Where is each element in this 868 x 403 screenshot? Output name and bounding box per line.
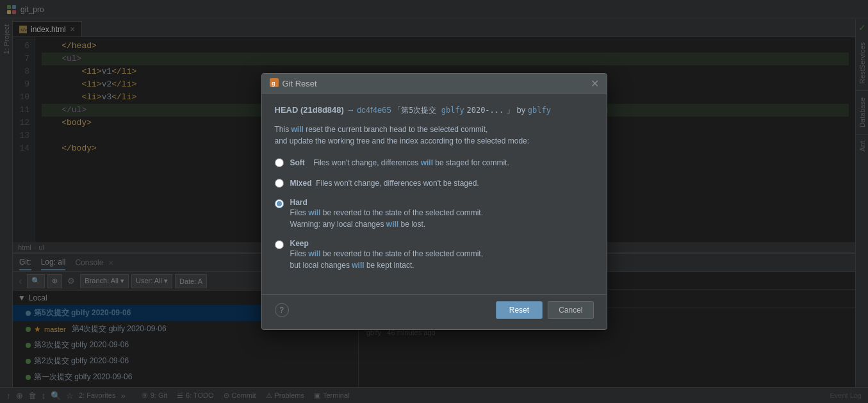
modal-title-bar: g Git Reset ✕ <box>262 74 607 94</box>
hard-label-name: Hard <box>290 198 312 207</box>
keep-label-desc-2: but local changes will be kept intact. <box>290 259 483 271</box>
option-soft: Soft Files won't change, differences wil… <box>275 157 594 169</box>
soft-label-wrap: Soft Files won't change, differences wil… <box>290 157 509 169</box>
cancel-button[interactable]: Cancel <box>548 301 593 319</box>
svg-text:g: g <box>272 80 275 86</box>
date-text: 2020-... <box>466 106 504 115</box>
keep-label-name: Keep <box>290 239 313 248</box>
modal-title-text: Git Reset <box>283 79 317 88</box>
commit-msg: 「第5次提交 <box>393 106 441 115</box>
git-reset-dialog: g Git Reset ✕ HEAD (21d8d848) → dc4f4e65… <box>261 73 607 330</box>
hard-label-wrap: Hard Files will be reverted to the state… <box>290 198 483 230</box>
modal-title: g Git Reset <box>270 78 317 89</box>
hard-radio[interactable] <box>275 199 284 208</box>
by-text: 」 by <box>506 105 528 115</box>
modal-icon: g <box>270 78 279 89</box>
keep-label-wrap: Keep Files will be reverted to the state… <box>290 239 483 271</box>
mixed-label-desc: Files won't change, differences won't be… <box>316 179 479 188</box>
desc-this: This <box>275 125 291 134</box>
keep-label-desc-1: Files will be reverted to the state of t… <box>290 248 483 259</box>
desc-and: and update the working tree and the inde… <box>275 136 530 145</box>
modal-footer: ? Reset Cancel <box>262 294 607 329</box>
modal-body: HEAD (21d8d848) → dc4f4e65 「第5次提交 gblfy … <box>262 94 607 294</box>
reset-button[interactable]: Reset <box>496 301 543 319</box>
keep-radio[interactable] <box>275 240 284 249</box>
modal-overlay: g Git Reset ✕ HEAD (21d8d848) → dc4f4e65… <box>0 0 868 403</box>
hard-label-desc-2: Warning: any local changes will be lost. <box>290 218 483 230</box>
commit-author-2: gblfy <box>528 106 551 115</box>
soft-label-name: Soft <box>290 158 311 167</box>
soft-label-desc: Files won't change, differences will be … <box>313 158 509 167</box>
modal-close-btn[interactable]: ✕ <box>591 78 599 90</box>
soft-radio[interactable] <box>275 158 284 167</box>
help-button[interactable]: ? <box>275 303 289 317</box>
arrow: → <box>347 105 357 115</box>
option-keep: Keep Files will be reverted to the state… <box>275 239 594 271</box>
mixed-radio[interactable] <box>275 179 284 188</box>
commit-author-1: gblfy <box>441 106 464 115</box>
option-mixed: Mixed Files won't change, differences wo… <box>275 177 594 189</box>
reset-description: This will reset the current branch head … <box>275 124 594 147</box>
option-hard: Hard Files will be reverted to the state… <box>275 198 594 230</box>
mixed-label-wrap: Mixed Files won't change, differences wo… <box>290 177 479 189</box>
mixed-label-name: Mixed <box>290 179 314 188</box>
hard-label-desc-1: Files will be reverted to the state of t… <box>290 207 483 218</box>
desc-reset: reset the current branch head to the sel… <box>304 125 487 134</box>
reset-options: Soft Files won't change, differences wil… <box>275 157 594 271</box>
commit-info-line: HEAD (21d8d848) → dc4f4e65 「第5次提交 gblfy … <box>275 104 594 116</box>
head-label: HEAD (21d8d848) <box>275 105 344 115</box>
target-hash: dc4f4e65 <box>357 105 391 115</box>
desc-will-1: will <box>291 125 304 134</box>
modal-actions: Reset Cancel <box>496 301 594 319</box>
help-icon: ? <box>279 306 284 315</box>
